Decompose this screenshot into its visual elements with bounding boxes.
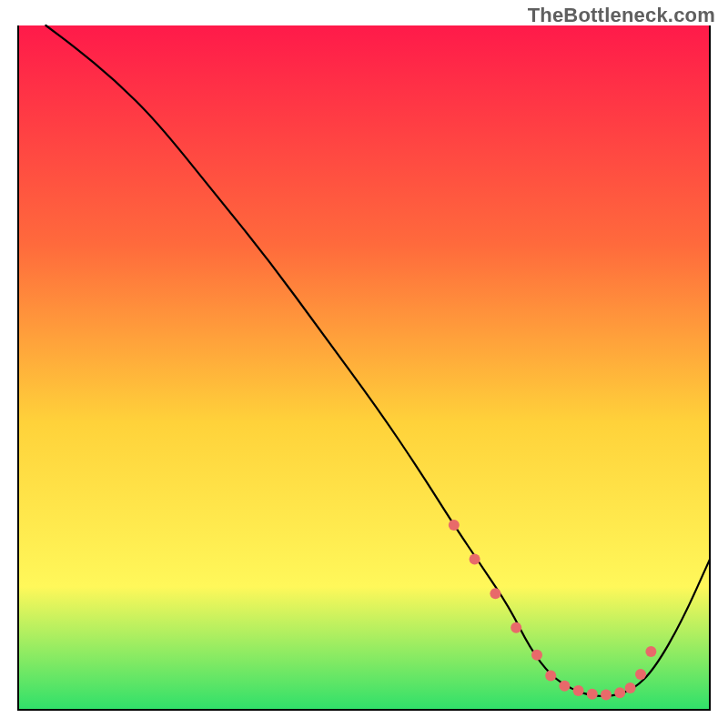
watermark-text: TheBottleneck.com — [528, 4, 715, 27]
valley-dot — [587, 689, 598, 700]
valley-dot — [490, 588, 500, 599]
valley-dot — [511, 622, 521, 633]
valley-dot — [531, 650, 542, 661]
valley-dot — [559, 681, 570, 692]
valley-dot — [614, 687, 625, 698]
valley-dot — [449, 520, 460, 531]
plot-background — [18, 25, 710, 710]
valley-dot — [545, 670, 556, 681]
valley-dot — [470, 554, 480, 565]
valley-dot — [625, 682, 636, 693]
valley-dot — [601, 690, 612, 701]
chart-stage: TheBottleneck.com — [0, 0, 728, 728]
valley-dot — [573, 685, 584, 696]
valley-dot — [635, 669, 646, 680]
chart-svg — [0, 0, 728, 728]
valley-dot — [645, 646, 656, 657]
